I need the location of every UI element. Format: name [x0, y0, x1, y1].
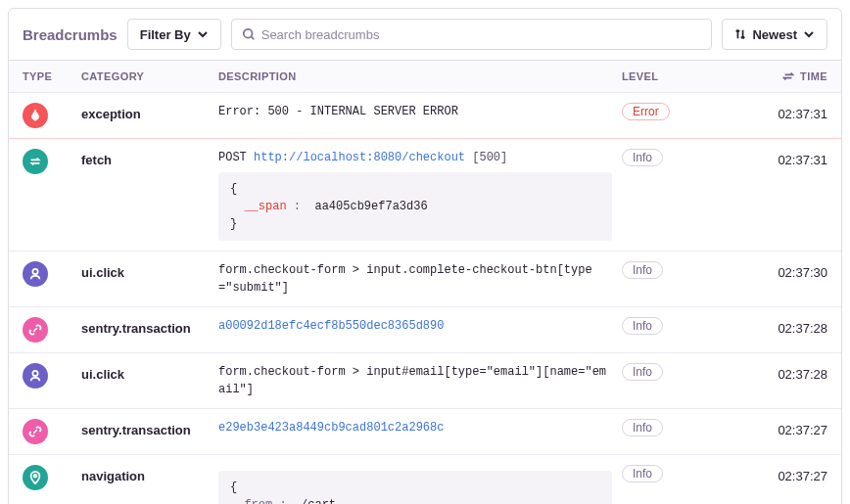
description-cell: Error: 500 - INTERNAL SERVER ERROR: [218, 103, 622, 120]
col-type: TYPE: [23, 70, 81, 82]
time-cell: 02:37:31: [730, 149, 827, 167]
sort-icon: [734, 28, 746, 40]
category-cell: ui.click: [81, 363, 218, 382]
level-cell: Error: [622, 103, 730, 120]
category-cell: exception: [81, 103, 218, 121]
svg-point-0: [243, 29, 252, 38]
filter-by-button[interactable]: Filter By: [127, 19, 221, 50]
type-cell: [23, 261, 81, 287]
level-badge: Info: [622, 317, 663, 335]
user-icon: [23, 363, 48, 389]
table-body: exceptionError: 500 - INTERNAL SERVER ER…: [9, 93, 841, 504]
user-icon: [23, 261, 48, 287]
table-row[interactable]: sentry.transactione29eb3e423a8449cb9cad8…: [9, 409, 841, 455]
toolbar: Breadcrumbs Filter By Newest: [9, 9, 841, 61]
time-cell: 02:37:27: [730, 465, 827, 483]
time-cell: 02:37:31: [730, 103, 827, 121]
table-header: TYPE CATEGORY DESCRIPTION LEVEL TIME: [9, 61, 841, 93]
table-row[interactable]: ui.clickform.checkout-form > input#email…: [9, 353, 841, 409]
time-cell: 02:37:27: [730, 419, 827, 437]
chevron-down-icon: [197, 28, 209, 40]
level-cell: Info: [622, 261, 730, 279]
description-cell: form.checkout-form > input#email[type="e…: [218, 363, 622, 398]
col-time-label: TIME: [800, 70, 827, 82]
level-badge: Info: [622, 419, 663, 436]
search-input-wrap[interactable]: [231, 19, 713, 50]
type-cell: [23, 363, 81, 389]
col-category: CATEGORY: [81, 70, 218, 82]
description-link[interactable]: http://localhost:8080/checkout: [254, 151, 465, 164]
category-cell: ui.click: [81, 261, 218, 280]
table-row[interactable]: navigation{ from : /cart ,Info02:37:27: [9, 455, 841, 504]
description-cell: form.checkout-form > input.complete-chec…: [218, 261, 622, 297]
category-cell: sentry.transaction: [81, 317, 218, 336]
col-level: LEVEL: [622, 70, 730, 82]
level-badge: Info: [622, 149, 663, 166]
category-cell: sentry.transaction: [81, 419, 218, 437]
search-input[interactable]: [261, 27, 702, 42]
pin-icon: [23, 465, 48, 490]
time-cell: 02:37:30: [730, 261, 827, 280]
table-row[interactable]: sentry.transactiona00092d18efc4ecf8b550d…: [9, 307, 841, 353]
level-cell: Info: [622, 465, 730, 482]
col-description: DESCRIPTION: [218, 70, 622, 82]
breadcrumbs-panel: Breadcrumbs Filter By Newest TYPE CATEGO…: [8, 8, 842, 504]
code-block: { from : /cart ,: [218, 471, 612, 504]
type-cell: [23, 103, 81, 128]
swap-icon: [782, 70, 794, 82]
description-cell: { from : /cart ,: [218, 465, 622, 504]
table-row[interactable]: fetchPOST http://localhost:8080/checkout…: [9, 139, 841, 252]
table-row[interactable]: ui.clickform.checkout-form > input.compl…: [9, 252, 841, 307]
page-title: Breadcrumbs: [23, 26, 118, 43]
category-cell: fetch: [81, 149, 218, 167]
link-icon: [23, 419, 48, 444]
table-row[interactable]: exceptionError: 500 - INTERNAL SERVER ER…: [9, 93, 841, 139]
description-cell: POST http://localhost:8080/checkout [500…: [218, 149, 622, 241]
type-cell: [23, 149, 81, 174]
swap-icon: [23, 149, 48, 174]
type-cell: [23, 419, 81, 444]
level-cell: Info: [622, 363, 730, 381]
type-cell: [23, 317, 81, 343]
time-cell: 02:37:28: [730, 363, 827, 382]
description-link[interactable]: e29eb3e423a8449cb9cad801c2a2968c: [218, 421, 444, 435]
code-block: { __span : aa405cb9ef7a3d36}: [218, 172, 612, 241]
description-cell: a00092d18efc4ecf8b550dec8365d890: [218, 317, 622, 335]
time-cell: 02:37:28: [730, 317, 827, 336]
level-badge: Info: [622, 261, 663, 279]
search-icon: [242, 27, 256, 41]
category-cell: navigation: [81, 465, 218, 483]
level-badge: Error: [622, 103, 670, 120]
description-cell: e29eb3e423a8449cb9cad801c2a2968c: [218, 419, 622, 436]
link-icon: [23, 317, 48, 343]
level-cell: Info: [622, 419, 730, 436]
level-cell: Info: [622, 317, 730, 335]
level-cell: Info: [622, 149, 730, 166]
level-badge: Info: [622, 363, 663, 381]
description-link[interactable]: a00092d18efc4ecf8b550dec8365d890: [218, 319, 444, 333]
chevron-down-icon: [803, 28, 815, 40]
sort-label: Newest: [752, 27, 797, 42]
type-cell: [23, 465, 81, 490]
filter-by-label: Filter By: [140, 27, 191, 42]
sort-button[interactable]: Newest: [722, 19, 827, 50]
fire-icon: [23, 103, 48, 128]
level-badge: Info: [622, 465, 663, 482]
col-time[interactable]: TIME: [730, 70, 827, 82]
